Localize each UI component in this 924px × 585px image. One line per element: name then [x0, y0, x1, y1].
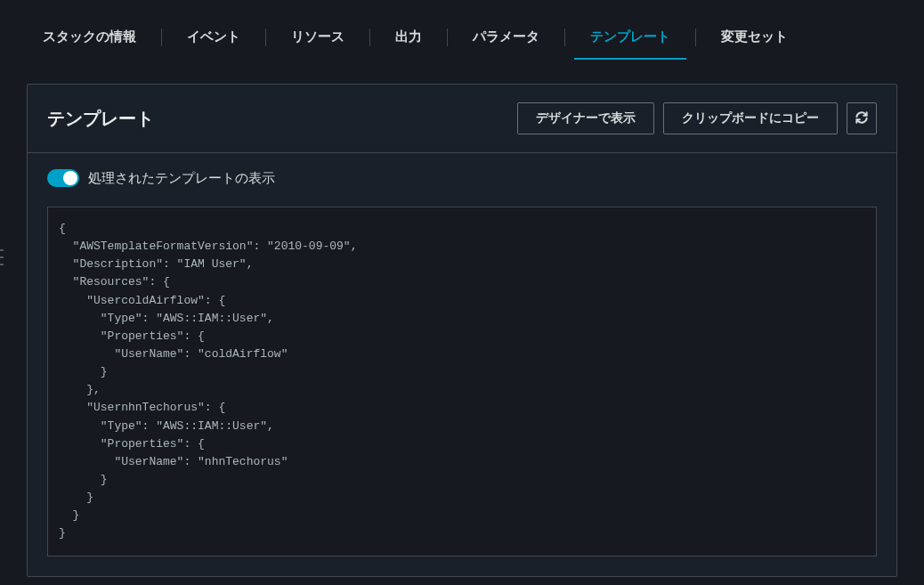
tab-events[interactable]: イベント [162, 18, 265, 56]
template-panel: テンプレート デザイナーで表示 クリップボードにコピー 処理され [27, 84, 897, 577]
template-code-block[interactable]: { "AWSTemplateFormatVersion": "2010-09-0… [47, 207, 877, 557]
tab-resources[interactable]: リソース [266, 18, 369, 56]
tab-outputs[interactable]: 出力 [370, 18, 447, 56]
view-in-designer-button[interactable]: デザイナーで表示 [517, 102, 654, 134]
panel-header: テンプレート デザイナーで表示 クリップボードにコピー [28, 85, 896, 153]
refresh-icon [855, 110, 869, 127]
drawer-handle[interactable] [0, 249, 4, 265]
processed-template-toggle[interactable] [47, 169, 79, 187]
panel-actions: デザイナーで表示 クリップボードにコピー [517, 102, 877, 134]
tab-stack-info[interactable]: スタックの情報 [18, 18, 161, 56]
tab-template[interactable]: テンプレート [565, 18, 695, 56]
panel-body: 処理されたテンプレートの表示 { "AWSTemplateFormatVersi… [28, 153, 896, 576]
refresh-button[interactable] [847, 102, 877, 134]
copy-to-clipboard-button[interactable]: クリップボードにコピー [663, 102, 838, 134]
panel-title: テンプレート [47, 107, 154, 131]
tab-change-sets[interactable]: 変更セット [696, 18, 813, 56]
processed-template-toggle-label: 処理されたテンプレートの表示 [88, 170, 275, 187]
tab-parameters[interactable]: パラメータ [448, 18, 564, 56]
toggle-knob [63, 171, 77, 185]
processed-template-toggle-row: 処理されたテンプレートの表示 [47, 169, 877, 187]
stack-tabs: スタックの情報 イベント リソース 出力 パラメータ テンプレート 変更セット [0, 18, 924, 57]
